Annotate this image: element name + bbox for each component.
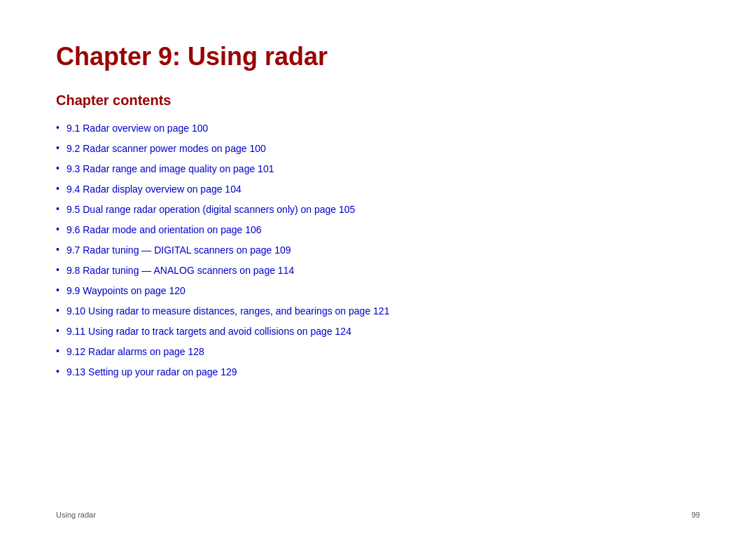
toc-item[interactable]: •9.13 Setting up your radar on page 129	[56, 365, 700, 380]
toc-item[interactable]: •9.4 Radar display overview on page 104	[56, 182, 700, 197]
toc-item[interactable]: •9.9 Waypoints on page 120	[56, 284, 700, 298]
page: Chapter 9: Using radar Chapter contents …	[0, 0, 756, 533]
footer-right: 99	[692, 511, 700, 519]
toc-link-9-13[interactable]: 9.13 Setting up your radar on page 129	[66, 365, 237, 380]
toc-link-9-6[interactable]: 9.6 Radar mode and orientation on page 1…	[66, 223, 262, 237]
toc-link-9-3[interactable]: 9.3 Radar range and image quality on pag…	[66, 162, 274, 176]
toc-link-9-8[interactable]: 9.8 Radar tuning — ANALOG scanners on pa…	[66, 263, 294, 278]
toc-list: •9.1 Radar overview on page 100•9.2 Rada…	[56, 121, 700, 380]
toc-link-9-1[interactable]: 9.1 Radar overview on page 100	[66, 121, 208, 136]
toc-link-9-9[interactable]: 9.9 Waypoints on page 120	[66, 284, 186, 298]
bullet-icon: •	[56, 305, 59, 316]
bullet-icon: •	[56, 142, 59, 153]
chapter-title: Chapter 9: Using radar	[56, 42, 700, 71]
bullet-icon: •	[56, 366, 59, 377]
bullet-icon: •	[56, 284, 59, 296]
bullet-icon: •	[56, 223, 59, 235]
bullet-icon: •	[56, 325, 59, 336]
bullet-icon: •	[56, 203, 59, 214]
bullet-icon: •	[56, 183, 59, 194]
toc-item[interactable]: •9.12 Radar alarms on page 128	[56, 345, 700, 359]
toc-link-9-5[interactable]: 9.5 Dual range radar operation (digital …	[66, 202, 356, 217]
toc-item[interactable]: •9.11 Using radar to track targets and a…	[56, 324, 700, 339]
toc-link-9-12[interactable]: 9.12 Radar alarms on page 128	[66, 345, 204, 359]
footer: Using radar 99	[56, 511, 700, 519]
toc-item[interactable]: •9.8 Radar tuning — ANALOG scanners on p…	[56, 263, 700, 278]
toc-item[interactable]: •9.1 Radar overview on page 100	[56, 121, 700, 136]
toc-link-9-4[interactable]: 9.4 Radar display overview on page 104	[66, 182, 241, 197]
bullet-icon: •	[56, 162, 59, 174]
toc-item[interactable]: •9.3 Radar range and image quality on pa…	[56, 162, 700, 176]
toc-item[interactable]: •9.6 Radar mode and orientation on page …	[56, 223, 700, 237]
bullet-icon: •	[56, 345, 59, 357]
toc-link-9-11[interactable]: 9.11 Using radar to track targets and av…	[66, 324, 351, 339]
toc-link-9-2[interactable]: 9.2 Radar scanner power modes on page 10…	[66, 141, 266, 156]
toc-link-9-7[interactable]: 9.7 Radar tuning — DIGITAL scanners on p…	[66, 243, 291, 258]
toc-item[interactable]: •9.7 Radar tuning — DIGITAL scanners on …	[56, 243, 700, 258]
bullet-icon: •	[56, 244, 59, 255]
footer-left: Using radar	[56, 511, 96, 519]
toc-item[interactable]: •9.10 Using radar to measure distances, …	[56, 304, 700, 319]
bullet-icon: •	[56, 122, 59, 133]
toc-item[interactable]: •9.2 Radar scanner power modes on page 1…	[56, 141, 700, 156]
bullet-icon: •	[56, 264, 59, 275]
toc-link-9-10[interactable]: 9.10 Using radar to measure distances, r…	[66, 304, 390, 319]
toc-item[interactable]: •9.5 Dual range radar operation (digital…	[56, 202, 700, 217]
chapter-contents-heading: Chapter contents	[56, 92, 700, 109]
